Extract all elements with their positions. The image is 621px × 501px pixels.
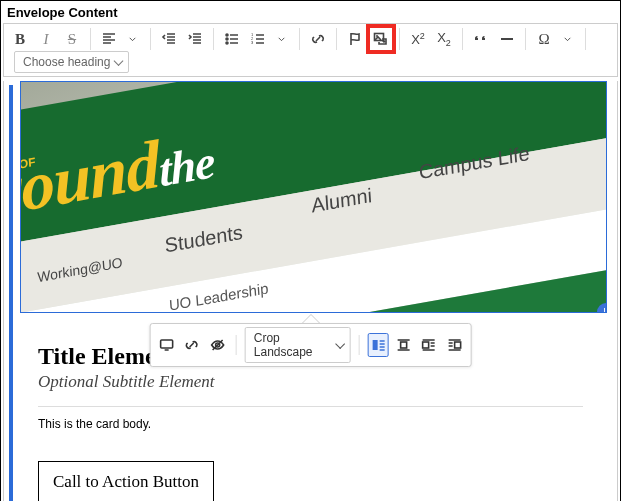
bold-button[interactable]: B	[8, 27, 32, 51]
editor-body[interactable]: OUNIVERSITY OF OREGON Aroundthe Working@…	[3, 81, 618, 501]
blockquote-button[interactable]	[469, 27, 493, 51]
crop-dropdown[interactable]: Crop Landscape	[245, 327, 351, 363]
svg-rect-11	[401, 342, 407, 348]
svg-text:3: 3	[251, 40, 254, 45]
hero-tab: Students	[164, 221, 243, 258]
ordered-list-button[interactable]: 123	[246, 27, 270, 51]
indent-button[interactable]	[183, 27, 207, 51]
hero-image[interactable]: OUNIVERSITY OF OREGON Aroundthe Working@…	[20, 81, 607, 313]
list-dropdown-icon[interactable]	[269, 27, 293, 51]
wrap-left-icon[interactable]	[418, 333, 439, 357]
outdent-button[interactable]	[157, 27, 181, 51]
svg-rect-10	[372, 340, 377, 350]
bullet-list-button[interactable]	[220, 27, 244, 51]
wrap-center-icon[interactable]	[393, 333, 414, 357]
svg-point-2	[226, 42, 228, 44]
horizontal-rule-button[interactable]	[495, 27, 519, 51]
editor-wrapper: Envelope Content B I S	[0, 0, 621, 501]
visibility-icon[interactable]	[207, 333, 228, 357]
image-context-toolbar: Crop Landscape	[149, 323, 472, 367]
svg-rect-8	[161, 340, 173, 348]
card-body-text[interactable]: This is the card body.	[38, 417, 583, 431]
card-divider	[38, 406, 583, 407]
card-subtitle[interactable]: Optional Subtitle Element	[38, 372, 583, 392]
hero-subtab: UO Leadership	[168, 279, 269, 313]
selection-rail	[9, 85, 13, 501]
section-label: Envelope Content	[3, 3, 618, 23]
svg-point-1	[226, 38, 228, 40]
strikethrough-button[interactable]: S	[60, 27, 84, 51]
italic-button[interactable]: I	[34, 27, 58, 51]
wrap-full-icon[interactable]	[368, 333, 389, 357]
special-char-button[interactable]: Ω	[532, 27, 556, 51]
svg-rect-13	[454, 342, 460, 348]
media-button[interactable]	[369, 27, 393, 51]
hero-subtab: Research	[75, 312, 131, 313]
image-link-icon[interactable]	[181, 333, 202, 357]
wrap-right-icon[interactable]	[444, 333, 465, 357]
special-char-dropdown-icon[interactable]	[555, 27, 579, 51]
subscript-button[interactable]: X2	[432, 27, 456, 51]
align-dropdown-icon[interactable]	[120, 27, 144, 51]
hero-tab: Working@UO	[37, 254, 123, 285]
flag-button[interactable]	[343, 27, 367, 51]
rich-text-toolbar: B I S 123	[3, 23, 618, 77]
svg-point-0	[226, 34, 228, 36]
svg-rect-12	[423, 342, 429, 348]
link-button[interactable]	[306, 27, 330, 51]
hero-tab: Alumni	[311, 184, 373, 218]
cta-button[interactable]: Call to Action Button	[38, 461, 214, 501]
align-button[interactable]	[97, 27, 121, 51]
superscript-button[interactable]: X2	[406, 27, 430, 51]
heading-select[interactable]: Choose heading	[14, 51, 129, 73]
device-preview-icon[interactable]	[156, 333, 177, 357]
